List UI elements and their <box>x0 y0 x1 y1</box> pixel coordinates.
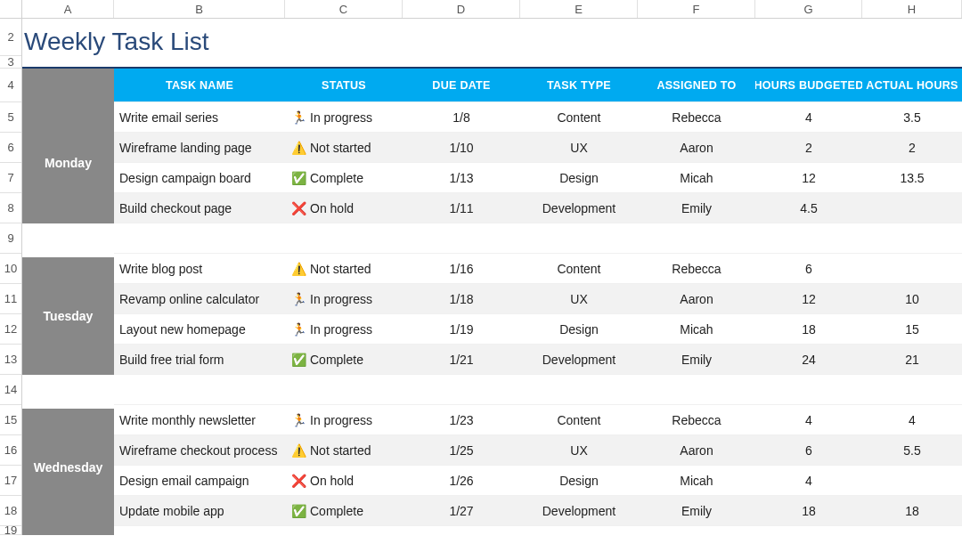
task-type-cell[interactable]: Content <box>520 102 638 133</box>
col-header-task_type[interactable]: TASK TYPE <box>520 69 638 102</box>
task-name-cell[interactable]: Write email series <box>114 102 285 133</box>
task-name-cell[interactable]: Layout new homepage <box>114 314 285 345</box>
task-budget-cell[interactable]: 4.5 <box>755 193 862 223</box>
task-budget-cell[interactable]: 4 <box>755 102 862 133</box>
task-assigned-cell[interactable]: Aaron <box>638 284 755 314</box>
row-header-3[interactable]: 3 <box>0 56 21 69</box>
task-status-cell[interactable]: ✅Complete <box>285 496 403 526</box>
row-header-6[interactable]: 6 <box>0 133 21 163</box>
task-budget-cell[interactable]: 6 <box>755 254 862 284</box>
col-header-task_name[interactable]: TASK NAME <box>114 69 285 102</box>
corner-box[interactable] <box>0 0 22 18</box>
col-header-D[interactable]: D <box>403 0 520 18</box>
page-title[interactable]: Weekly Task List <box>22 19 962 56</box>
task-due-cell[interactable]: 1/21 <box>403 345 520 375</box>
row-header-7[interactable]: 7 <box>0 163 21 193</box>
task-due-cell[interactable]: 1/8 <box>403 102 520 133</box>
row-header-11[interactable]: 11 <box>0 284 21 314</box>
task-actual-cell[interactable]: 3.5 <box>862 102 962 133</box>
blank-cell[interactable] <box>403 223 520 254</box>
task-type-cell[interactable]: Development <box>520 496 638 526</box>
task-actual-cell[interactable]: 10 <box>862 284 962 314</box>
row-header-17[interactable]: 17 <box>0 466 21 496</box>
task-due-cell[interactable]: 1/27 <box>403 496 520 526</box>
task-status-cell[interactable]: ⚠️Not started <box>285 133 403 163</box>
task-assigned-cell[interactable]: Micah <box>638 466 755 496</box>
task-type-cell[interactable]: Design <box>520 314 638 345</box>
task-type-cell[interactable]: Content <box>520 254 638 284</box>
task-assigned-cell[interactable]: Emily <box>638 496 755 526</box>
row-header-10[interactable]: 10 <box>0 254 21 284</box>
blank-cell[interactable] <box>862 223 962 254</box>
task-due-cell[interactable]: 1/10 <box>403 133 520 163</box>
task-budget-cell[interactable]: 18 <box>755 496 862 526</box>
task-status-cell[interactable]: ⚠️Not started <box>285 435 403 466</box>
col-header-actual_hours[interactable]: ACTUAL HOURS <box>862 69 962 102</box>
task-due-cell[interactable]: 1/13 <box>403 163 520 193</box>
col-header-E[interactable]: E <box>520 0 638 18</box>
task-name-cell[interactable]: Wireframe checkout process <box>114 435 285 466</box>
task-assigned-cell[interactable]: Rebecca <box>638 254 755 284</box>
row-header-14[interactable]: 14 <box>0 375 21 405</box>
task-name-cell[interactable]: Update mobile app <box>114 496 285 526</box>
task-assigned-cell[interactable]: Micah <box>638 314 755 345</box>
task-actual-cell[interactable]: 21 <box>862 345 962 375</box>
task-budget-cell[interactable]: 6 <box>755 435 862 466</box>
col-header-hours_budgeted[interactable]: HOURS BUDGETED <box>755 69 862 102</box>
task-status-cell[interactable]: 🏃In progress <box>285 405 403 435</box>
col-header-G[interactable]: G <box>755 0 862 18</box>
row-header-4[interactable]: 4 <box>0 69 21 102</box>
task-budget-cell[interactable]: 2 <box>755 133 862 163</box>
row-header-9[interactable]: 9 <box>0 223 21 254</box>
task-assigned-cell[interactable]: Rebecca <box>638 405 755 435</box>
task-assigned-cell[interactable]: Micah <box>638 163 755 193</box>
task-actual-cell[interactable]: 13.5 <box>862 163 962 193</box>
task-due-cell[interactable]: 1/26 <box>403 466 520 496</box>
task-due-cell[interactable]: 1/23 <box>403 405 520 435</box>
task-status-cell[interactable]: 🏃In progress <box>285 284 403 314</box>
task-assigned-cell[interactable]: Emily <box>638 345 755 375</box>
task-type-cell[interactable]: Design <box>520 163 638 193</box>
task-status-cell[interactable]: ⚠️Not started <box>285 254 403 284</box>
blank-cell[interactable] <box>755 526 862 535</box>
task-type-cell[interactable]: Content <box>520 405 638 435</box>
blank-cell[interactable] <box>520 223 638 254</box>
task-name-cell[interactable]: Revamp online calculator <box>114 284 285 314</box>
task-name-cell[interactable]: Write monthly newsletter <box>114 405 285 435</box>
task-actual-cell[interactable]: 15 <box>862 314 962 345</box>
task-budget-cell[interactable]: 24 <box>755 345 862 375</box>
task-name-cell[interactable]: Design campaign board <box>114 163 285 193</box>
row-header-13[interactable]: 13 <box>0 345 21 375</box>
blank-cell[interactable] <box>403 526 520 535</box>
blank-cell[interactable] <box>755 375 862 405</box>
row-header-5[interactable]: 5 <box>0 102 21 133</box>
blank-cell[interactable] <box>638 223 755 254</box>
blank-cell[interactable] <box>755 223 862 254</box>
row-header-19[interactable]: 19 <box>0 526 21 535</box>
col-header-B[interactable]: B <box>114 0 285 18</box>
blank-cell[interactable] <box>285 223 403 254</box>
task-assigned-cell[interactable]: Aaron <box>638 133 755 163</box>
blank-cell[interactable] <box>285 375 403 405</box>
task-status-cell[interactable]: ✅Complete <box>285 345 403 375</box>
task-actual-cell[interactable] <box>862 254 962 284</box>
col-header-F[interactable]: F <box>638 0 755 18</box>
task-type-cell[interactable]: Development <box>520 193 638 223</box>
col-header-H[interactable]: H <box>862 0 962 18</box>
task-actual-cell[interactable]: 18 <box>862 496 962 526</box>
task-assigned-cell[interactable]: Aaron <box>638 435 755 466</box>
blank-cell[interactable] <box>114 223 285 254</box>
blank-cell[interactable] <box>862 526 962 535</box>
task-name-cell[interactable]: Wireframe landing page <box>114 133 285 163</box>
blank-cell[interactable] <box>114 375 285 405</box>
task-name-cell[interactable]: Design email campaign <box>114 466 285 496</box>
day-label-wednesday[interactable]: Wednesday <box>22 405 114 526</box>
task-status-cell[interactable]: 🏃In progress <box>285 102 403 133</box>
blank-cell[interactable] <box>520 375 638 405</box>
task-budget-cell[interactable]: 12 <box>755 284 862 314</box>
col-header-A[interactable]: A <box>22 0 114 18</box>
task-actual-cell[interactable]: 4 <box>862 405 962 435</box>
task-status-cell[interactable]: ❌On hold <box>285 193 403 223</box>
blank-cell[interactable] <box>638 526 755 535</box>
task-type-cell[interactable]: UX <box>520 284 638 314</box>
